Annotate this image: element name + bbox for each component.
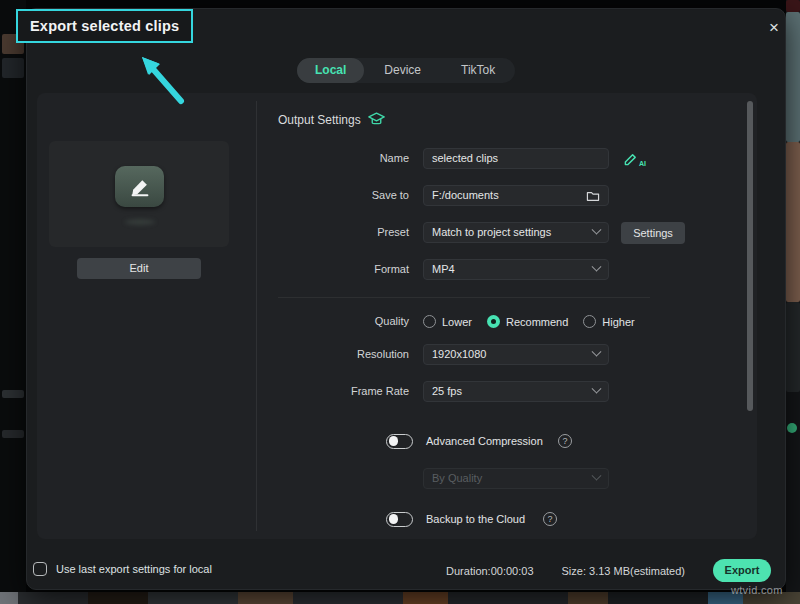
quality-radio-group: Lower Recommend Higher xyxy=(423,311,635,332)
quality-option-label: Higher xyxy=(602,316,634,328)
radio-selected-icon xyxy=(487,315,500,328)
dialog-title: Export selected clips xyxy=(30,18,179,34)
tab-device[interactable]: Device xyxy=(364,58,441,83)
quality-label: Quality xyxy=(278,311,409,332)
save-to-value: F:/documents xyxy=(432,186,586,205)
preset-value: Match to project settings xyxy=(432,223,593,242)
quality-option-recommend[interactable]: Recommend xyxy=(487,315,568,328)
use-last-settings-label: Use last export settings for local xyxy=(56,563,212,575)
advanced-compression-toggle[interactable] xyxy=(386,434,413,449)
scrollbar-thumb[interactable] xyxy=(747,101,753,411)
clip-edit-tile xyxy=(115,166,164,207)
export-button[interactable]: Export xyxy=(713,559,771,582)
quality-option-lower[interactable]: Lower xyxy=(423,315,472,328)
footer-status: Duration:00:00:03 Size: 3.13 MB(estimate… xyxy=(446,559,771,582)
folder-icon[interactable] xyxy=(586,190,600,202)
close-icon[interactable]: × xyxy=(763,17,785,39)
frame-rate-label: Frame Rate xyxy=(278,381,409,402)
settings-button[interactable]: Settings xyxy=(621,222,685,244)
checkbox-icon[interactable] xyxy=(33,562,47,576)
radio-icon xyxy=(583,315,596,328)
pencil-icon xyxy=(129,176,151,198)
preset-label: Preset xyxy=(278,222,409,243)
compression-mode-value: By Quality xyxy=(432,469,593,488)
duration-text: Duration:00:00:03 xyxy=(446,565,533,577)
export-dialog: × Local Device TikTok Edit Output Settin… xyxy=(26,8,786,590)
background-badge xyxy=(787,423,797,433)
tab-local[interactable]: Local xyxy=(297,58,364,83)
quality-option-higher[interactable]: Higher xyxy=(583,315,634,328)
column-divider xyxy=(256,101,257,531)
quality-option-label: Lower xyxy=(442,316,472,328)
chevron-down-icon xyxy=(592,471,602,481)
dialog-title-callout: Export selected clips xyxy=(16,9,193,43)
background-left-strip xyxy=(0,0,26,604)
frame-rate-value: 25 fps xyxy=(432,382,593,401)
ai-rename-button[interactable]: AI xyxy=(622,148,648,168)
advanced-compression-label: Advanced Compression xyxy=(426,434,543,449)
format-dropdown[interactable]: MP4 xyxy=(423,259,609,280)
backup-cloud-toggle[interactable] xyxy=(386,512,413,527)
export-target-tabs: Local Device TikTok xyxy=(297,58,515,83)
format-label: Format xyxy=(278,259,409,280)
compression-mode-dropdown[interactable]: By Quality xyxy=(423,468,609,489)
chevron-down-icon xyxy=(592,384,602,394)
help-icon[interactable]: ? xyxy=(558,434,572,448)
graduation-cap-icon xyxy=(368,112,385,127)
resolution-label: Resolution xyxy=(278,344,409,365)
size-text: Size: 3.13 MB(estimated) xyxy=(562,565,686,577)
radio-icon xyxy=(423,315,436,328)
chevron-down-icon xyxy=(592,262,602,272)
use-last-settings-option[interactable]: Use last export settings for local xyxy=(33,562,212,576)
save-to-input[interactable]: F:/documents xyxy=(423,185,609,206)
chevron-down-icon xyxy=(592,225,602,235)
edit-button[interactable]: Edit xyxy=(77,258,201,279)
ai-badge: AI xyxy=(639,159,646,168)
tab-tiktok[interactable]: TikTok xyxy=(441,58,515,83)
name-input[interactable]: selected clips xyxy=(423,148,609,169)
frame-rate-dropdown[interactable]: 25 fps xyxy=(423,381,609,402)
export-settings-panel: Edit Output Settings Name selected clips… xyxy=(37,93,757,539)
output-settings-label: Output Settings xyxy=(278,113,361,127)
quality-option-label: Recommend xyxy=(506,316,568,328)
name-value: selected clips xyxy=(432,149,600,168)
watermark: wtvid.com xyxy=(731,584,783,596)
tile-reflection xyxy=(125,219,155,225)
clip-thumbnail xyxy=(49,141,229,247)
background-right-strip xyxy=(786,0,800,604)
save-to-label: Save to xyxy=(278,185,409,206)
resolution-dropdown[interactable]: 1920x1080 xyxy=(423,344,609,365)
help-icon[interactable]: ? xyxy=(543,512,557,526)
backup-cloud-label: Backup to the Cloud xyxy=(426,512,525,527)
section-divider xyxy=(278,297,650,298)
format-value: MP4 xyxy=(432,260,593,279)
output-settings-heading: Output Settings xyxy=(278,112,385,127)
ai-pencil-icon xyxy=(622,151,639,168)
preset-dropdown[interactable]: Match to project settings xyxy=(423,222,609,243)
background-timeline-strip xyxy=(0,592,800,604)
resolution-value: 1920x1080 xyxy=(432,345,593,364)
chevron-down-icon xyxy=(592,347,602,357)
name-label: Name xyxy=(278,148,409,169)
